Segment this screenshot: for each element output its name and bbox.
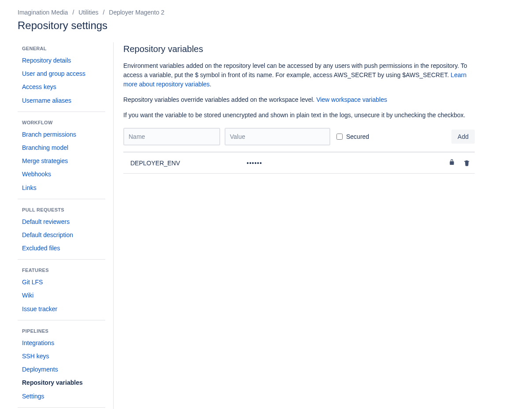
variable-row: DEPLOYER_ENV•••••• bbox=[123, 152, 475, 174]
breadcrumb-item[interactable]: Deployer Magento 2 bbox=[109, 9, 164, 16]
view-workspace-vars-link[interactable]: View workspace variables bbox=[316, 96, 387, 103]
sidebar-item-excluded-files[interactable]: Excluded files bbox=[18, 242, 105, 255]
sidebar-item-username-aliases[interactable]: Username aliases bbox=[18, 94, 105, 107]
intro-paragraph-1: Environment variables added on the repos… bbox=[123, 61, 475, 89]
sidebar-item-branch-permissions[interactable]: Branch permissions bbox=[18, 128, 105, 141]
breadcrumb-sep: / bbox=[72, 9, 74, 16]
add-button[interactable]: Add bbox=[451, 130, 475, 144]
sidebar-section-header: Features bbox=[18, 264, 105, 275]
sidebar-item-branching-model[interactable]: Branching model bbox=[18, 141, 105, 154]
delete-button[interactable] bbox=[463, 160, 470, 167]
sidebar-item-repository-details[interactable]: Repository details bbox=[18, 54, 105, 67]
sidebar-item-default-description[interactable]: Default description bbox=[18, 228, 105, 242]
sidebar: GeneralRepository detailsUser and group … bbox=[18, 42, 114, 409]
variable-name-input[interactable] bbox=[123, 128, 220, 145]
sidebar-item-settings[interactable]: Settings bbox=[18, 390, 105, 403]
variable-actions bbox=[448, 159, 475, 167]
variable-name: DEPLOYER_ENV bbox=[123, 160, 247, 167]
sidebar-item-links[interactable]: Links bbox=[18, 181, 105, 194]
breadcrumb: Imagination Media / Utilities / Deployer… bbox=[18, 9, 514, 16]
secured-label: Secured bbox=[346, 133, 369, 140]
sidebar-item-default-reviewers[interactable]: Default reviewers bbox=[18, 215, 105, 228]
sidebar-section-header: Pull Requests bbox=[18, 204, 105, 215]
sidebar-item-git-lfs[interactable]: Git LFS bbox=[18, 275, 105, 289]
secured-checkbox[interactable] bbox=[336, 134, 343, 140]
sidebar-item-merge-strategies[interactable]: Merge strategies bbox=[18, 154, 105, 167]
breadcrumb-item[interactable]: Imagination Media bbox=[18, 9, 68, 16]
breadcrumb-sep: / bbox=[103, 9, 104, 16]
intro-paragraph-2: Repository variables override variables … bbox=[123, 95, 475, 104]
sidebar-item-deployments[interactable]: Deployments bbox=[18, 363, 105, 376]
main-content: Repository variables Environment variabl… bbox=[114, 42, 475, 409]
sidebar-item-integrations[interactable]: Integrations bbox=[18, 336, 105, 350]
variable-value: •••••• bbox=[247, 160, 448, 167]
sidebar-item-issue-tracker[interactable]: Issue tracker bbox=[18, 302, 105, 316]
sidebar-item-wiki[interactable]: Wiki bbox=[18, 289, 105, 302]
sidebar-section-header: General bbox=[18, 42, 105, 54]
sidebar-item-ssh-keys[interactable]: SSH keys bbox=[18, 350, 105, 363]
lock-icon bbox=[448, 159, 455, 167]
sidebar-section-header: Workflow bbox=[18, 116, 105, 128]
variable-value-input[interactable] bbox=[225, 128, 330, 145]
page-title: Repository settings bbox=[18, 19, 514, 32]
variable-form: Secured Add bbox=[123, 128, 475, 152]
intro-paragraph-3: If you want the variable to be stored un… bbox=[123, 111, 475, 120]
sidebar-item-user-and-group-access[interactable]: User and group access bbox=[18, 67, 105, 80]
sidebar-section-header: Pipelines bbox=[18, 325, 105, 336]
breadcrumb-item[interactable]: Utilities bbox=[78, 9, 98, 16]
sidebar-item-repository-variables[interactable]: Repository variables bbox=[18, 376, 105, 389]
sidebar-item-access-keys[interactable]: Access keys bbox=[18, 80, 105, 93]
sidebar-item-webhooks[interactable]: Webhooks bbox=[18, 167, 105, 181]
content-title: Repository variables bbox=[123, 44, 475, 54]
